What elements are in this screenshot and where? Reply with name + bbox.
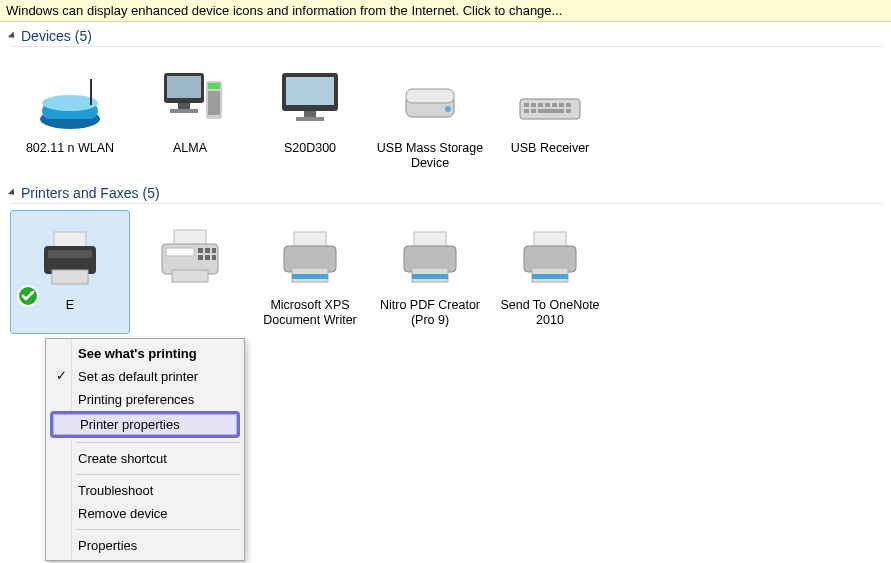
- printer-item-default[interactable]: E: [10, 210, 130, 334]
- menu-separator: [76, 529, 240, 530]
- menu-properties[interactable]: Properties: [48, 534, 242, 557]
- svg-rect-41: [198, 255, 203, 260]
- printers-section-title: Printers and Faxes: [21, 185, 139, 201]
- svg-rect-38: [198, 248, 203, 253]
- printer-item-fax[interactable]: [130, 210, 250, 334]
- svg-rect-9: [208, 83, 220, 89]
- devices-section-count: (5): [75, 28, 92, 44]
- device-label: USB Receiver: [511, 141, 590, 156]
- svg-rect-56: [532, 274, 568, 279]
- svg-rect-33: [52, 270, 88, 284]
- router-icon: [30, 59, 110, 139]
- device-label: USB Mass Storage Device: [374, 141, 486, 171]
- device-item-monitor[interactable]: S20D300: [250, 53, 370, 177]
- device-item-computer[interactable]: ALMA: [130, 53, 250, 177]
- menu-remove-device[interactable]: Remove device: [48, 502, 242, 525]
- device-label: 802.11 n WLAN: [26, 141, 114, 156]
- svg-rect-37: [166, 248, 194, 256]
- printer-item-onenote[interactable]: Send To OneNote 2010: [490, 210, 610, 334]
- svg-rect-42: [205, 255, 210, 260]
- keyboard-icon: [510, 59, 590, 139]
- printer-icon: [390, 216, 470, 296]
- devices-section: Devices (5) 802.11 n WLAN: [0, 22, 891, 179]
- menu-printing-preferences[interactable]: Printing preferences: [48, 388, 242, 411]
- menu-see-whats-printing[interactable]: See what's printing: [48, 342, 242, 365]
- external-drive-icon: [390, 59, 470, 139]
- info-bar-text: Windows can display enhanced device icon…: [6, 3, 562, 18]
- svg-rect-20: [531, 103, 536, 107]
- svg-rect-6: [178, 103, 190, 109]
- default-check-badge-icon: [17, 285, 39, 307]
- printer-item-xps[interactable]: Microsoft XPS Document Writer: [250, 210, 370, 334]
- menu-printer-properties[interactable]: Printer properties: [50, 411, 240, 438]
- device-item-router[interactable]: 802.11 n WLAN: [10, 53, 130, 177]
- svg-rect-27: [531, 109, 536, 113]
- svg-rect-32: [48, 250, 92, 258]
- menu-troubleshoot[interactable]: Troubleshoot: [48, 479, 242, 502]
- svg-rect-12: [286, 77, 334, 105]
- printers-section: Printers and Faxes (5) E: [0, 179, 891, 336]
- printer-label: Nitro PDF Creator (Pro 9): [374, 298, 486, 328]
- monitor-icon: [270, 59, 350, 139]
- printer-context-menu: See what's printing ✓Set as default prin…: [45, 338, 245, 561]
- svg-point-2: [42, 95, 98, 111]
- device-label: ALMA: [173, 141, 207, 156]
- devices-section-header[interactable]: Devices (5): [10, 28, 883, 47]
- desktop-computer-icon: [150, 59, 230, 139]
- svg-rect-29: [566, 109, 571, 113]
- svg-rect-23: [552, 103, 557, 107]
- svg-rect-16: [406, 89, 454, 103]
- svg-rect-24: [559, 103, 564, 107]
- svg-rect-13: [304, 111, 316, 117]
- menu-create-shortcut[interactable]: Create shortcut: [48, 447, 242, 470]
- printer-icon: [30, 216, 110, 296]
- svg-rect-21: [538, 103, 543, 107]
- collapse-triangle-icon: [8, 31, 17, 40]
- printer-label: E: [66, 298, 74, 313]
- svg-rect-52: [412, 274, 448, 279]
- svg-rect-48: [292, 274, 328, 279]
- devices-section-title: Devices: [21, 28, 71, 44]
- printer-label: Microsoft XPS Document Writer: [254, 298, 366, 328]
- menu-separator: [76, 474, 240, 475]
- device-label: S20D300: [284, 141, 336, 156]
- svg-point-17: [445, 106, 451, 112]
- svg-rect-44: [172, 270, 208, 282]
- svg-rect-39: [205, 248, 210, 253]
- fax-icon: [150, 216, 230, 296]
- enhanced-icons-info-bar[interactable]: Windows can display enhanced device icon…: [0, 0, 891, 22]
- printer-label: Send To OneNote 2010: [494, 298, 606, 328]
- svg-rect-19: [524, 103, 529, 107]
- menu-separator: [76, 442, 240, 443]
- printer-icon: [270, 216, 350, 296]
- device-item-external-drive[interactable]: USB Mass Storage Device: [370, 53, 490, 177]
- printer-item-nitro[interactable]: Nitro PDF Creator (Pro 9): [370, 210, 490, 334]
- svg-rect-26: [524, 109, 529, 113]
- svg-rect-28: [538, 109, 564, 113]
- svg-rect-10: [208, 91, 220, 115]
- svg-rect-5: [167, 76, 201, 98]
- devices-grid: 802.11 n WLAN ALMA: [10, 47, 891, 179]
- device-item-keyboard[interactable]: USB Receiver: [490, 53, 610, 177]
- svg-rect-30: [54, 232, 86, 248]
- svg-rect-43: [212, 255, 216, 260]
- svg-rect-40: [212, 248, 216, 253]
- menu-set-default-printer[interactable]: ✓Set as default printer: [48, 365, 242, 388]
- collapse-triangle-icon: [8, 188, 17, 197]
- svg-rect-22: [545, 103, 550, 107]
- printers-section-count: (5): [143, 185, 160, 201]
- svg-rect-7: [170, 109, 198, 113]
- checkmark-icon: ✓: [56, 368, 67, 383]
- svg-rect-25: [566, 103, 571, 107]
- printers-grid: E: [10, 204, 891, 336]
- svg-rect-3: [90, 79, 92, 105]
- printer-icon: [510, 216, 590, 296]
- printers-section-header[interactable]: Printers and Faxes (5): [10, 185, 883, 204]
- svg-rect-14: [296, 117, 324, 121]
